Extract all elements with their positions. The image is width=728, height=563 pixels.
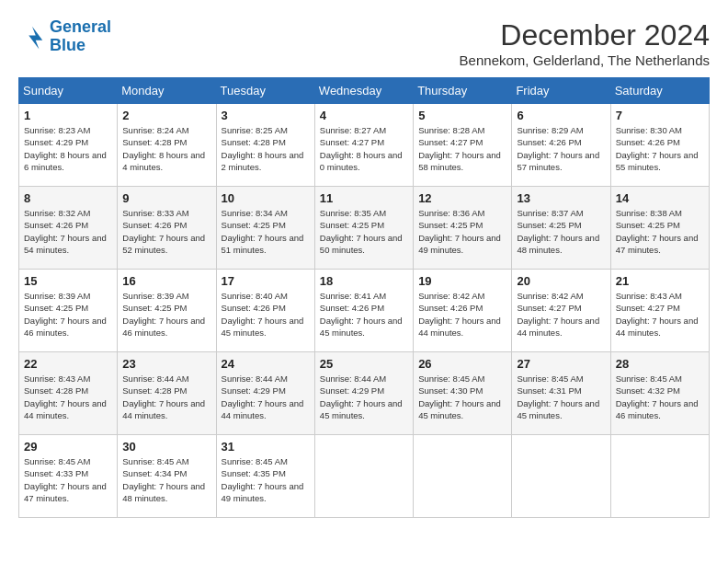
calendar-cell: 8Sunrise: 8:32 AMSunset: 4:26 PMDaylight… xyxy=(19,187,118,270)
location-title: Bennekom, Gelderland, The Netherlands xyxy=(460,52,710,68)
day-number: 29 xyxy=(24,440,112,454)
day-info: Sunrise: 8:45 AMSunset: 4:30 PMDaylight:… xyxy=(418,373,506,421)
day-info: Sunrise: 8:25 AMSunset: 4:28 PMDaylight:… xyxy=(222,124,310,173)
title-section: December 2024 Bennekom, Gelderland, The … xyxy=(460,18,710,68)
calendar-cell: 15Sunrise: 8:39 AMSunset: 4:25 PMDayligh… xyxy=(19,270,118,352)
day-number: 20 xyxy=(517,274,605,288)
day-info: Sunrise: 8:34 AMSunset: 4:25 PMDaylight:… xyxy=(222,207,310,256)
calendar-cell: 20Sunrise: 8:42 AMSunset: 4:27 PMDayligh… xyxy=(512,270,610,352)
calendar-cell: 4Sunrise: 8:27 AMSunset: 4:27 PMDaylight… xyxy=(314,104,413,187)
calendar-cell: 17Sunrise: 8:40 AMSunset: 4:26 PMDayligh… xyxy=(216,270,314,352)
calendar-header-friday: Friday xyxy=(512,78,610,104)
calendar-cell: 29Sunrise: 8:45 AMSunset: 4:33 PMDayligh… xyxy=(19,435,118,518)
calendar-cell: 11Sunrise: 8:35 AMSunset: 4:25 PMDayligh… xyxy=(314,187,413,270)
day-number: 19 xyxy=(418,274,506,288)
day-number: 22 xyxy=(24,357,112,371)
day-number: 13 xyxy=(517,191,605,205)
day-info: Sunrise: 8:45 AMSunset: 4:32 PMDaylight:… xyxy=(616,373,704,421)
calendar-cell: 30Sunrise: 8:45 AMSunset: 4:34 PMDayligh… xyxy=(118,435,216,518)
day-info: Sunrise: 8:44 AMSunset: 4:28 PMDaylight:… xyxy=(122,373,210,421)
day-info: Sunrise: 8:41 AMSunset: 4:26 PMDaylight:… xyxy=(320,290,408,339)
day-number: 24 xyxy=(222,357,310,371)
calendar-cell: 26Sunrise: 8:45 AMSunset: 4:30 PMDayligh… xyxy=(414,352,512,435)
day-number: 11 xyxy=(320,191,408,205)
day-info: Sunrise: 8:27 AMSunset: 4:27 PMDaylight:… xyxy=(320,124,408,173)
calendar-cell: 6Sunrise: 8:29 AMSunset: 4:26 PMDaylight… xyxy=(512,104,610,187)
logo: General Blue xyxy=(18,18,111,55)
day-number: 4 xyxy=(320,109,408,122)
calendar-header-sunday: Sunday xyxy=(19,78,118,104)
calendar-cell: 12Sunrise: 8:36 AMSunset: 4:25 PMDayligh… xyxy=(414,187,512,270)
calendar-cell: 7Sunrise: 8:30 AMSunset: 4:26 PMDaylight… xyxy=(610,104,709,187)
calendar-cell: 13Sunrise: 8:37 AMSunset: 4:25 PMDayligh… xyxy=(512,187,610,270)
calendar-cell: 2Sunrise: 8:24 AMSunset: 4:28 PMDaylight… xyxy=(118,104,216,187)
day-info: Sunrise: 8:32 AMSunset: 4:26 PMDaylight:… xyxy=(24,207,112,256)
calendar-cell: 18Sunrise: 8:41 AMSunset: 4:26 PMDayligh… xyxy=(314,270,413,352)
day-number: 7 xyxy=(616,109,704,122)
day-info: Sunrise: 8:35 AMSunset: 4:25 PMDaylight:… xyxy=(320,207,408,256)
day-number: 2 xyxy=(122,109,210,122)
day-info: Sunrise: 8:24 AMSunset: 4:28 PMDaylight:… xyxy=(122,124,210,173)
day-info: Sunrise: 8:30 AMSunset: 4:26 PMDaylight:… xyxy=(616,124,704,173)
calendar-cell: 22Sunrise: 8:43 AMSunset: 4:28 PMDayligh… xyxy=(19,352,118,435)
day-number: 8 xyxy=(24,191,112,205)
calendar-table: SundayMondayTuesdayWednesdayThursdayFrid… xyxy=(18,77,710,518)
day-number: 3 xyxy=(222,109,310,122)
calendar-cell: 21Sunrise: 8:43 AMSunset: 4:27 PMDayligh… xyxy=(610,270,709,352)
calendar-header-wednesday: Wednesday xyxy=(314,78,413,104)
day-number: 27 xyxy=(517,357,605,371)
day-info: Sunrise: 8:37 AMSunset: 4:25 PMDaylight:… xyxy=(517,207,605,256)
day-info: Sunrise: 8:38 AMSunset: 4:25 PMDaylight:… xyxy=(616,207,704,256)
calendar-week-row: 22Sunrise: 8:43 AMSunset: 4:28 PMDayligh… xyxy=(19,352,710,435)
calendar-cell xyxy=(314,435,413,518)
calendar-header-tuesday: Tuesday xyxy=(216,78,314,104)
day-number: 31 xyxy=(222,440,310,454)
day-info: Sunrise: 8:28 AMSunset: 4:27 PMDaylight:… xyxy=(418,124,506,173)
calendar-cell xyxy=(414,435,512,518)
calendar-cell: 5Sunrise: 8:28 AMSunset: 4:27 PMDaylight… xyxy=(414,104,512,187)
calendar-cell: 19Sunrise: 8:42 AMSunset: 4:26 PMDayligh… xyxy=(414,270,512,352)
day-info: Sunrise: 8:42 AMSunset: 4:27 PMDaylight:… xyxy=(517,290,605,339)
page-container: General Blue December 2024 Bennekom, Gel… xyxy=(18,18,710,518)
day-number: 12 xyxy=(418,191,506,205)
day-info: Sunrise: 8:36 AMSunset: 4:25 PMDaylight:… xyxy=(418,207,506,256)
day-number: 1 xyxy=(24,109,112,122)
day-info: Sunrise: 8:45 AMSunset: 4:31 PMDaylight:… xyxy=(517,373,605,421)
day-number: 10 xyxy=(222,191,310,205)
day-info: Sunrise: 8:23 AMSunset: 4:29 PMDaylight:… xyxy=(24,124,112,173)
svg-marker-0 xyxy=(28,27,42,50)
page-header: General Blue December 2024 Bennekom, Gel… xyxy=(18,18,710,68)
day-info: Sunrise: 8:43 AMSunset: 4:27 PMDaylight:… xyxy=(616,290,704,339)
calendar-cell xyxy=(610,435,709,518)
day-number: 18 xyxy=(320,274,408,288)
day-number: 30 xyxy=(122,440,210,454)
day-info: Sunrise: 8:43 AMSunset: 4:28 PMDaylight:… xyxy=(24,373,112,421)
day-info: Sunrise: 8:45 AMSunset: 4:33 PMDaylight:… xyxy=(24,455,112,504)
day-number: 9 xyxy=(122,191,210,205)
calendar-week-row: 1Sunrise: 8:23 AMSunset: 4:29 PMDaylight… xyxy=(19,104,710,187)
calendar-header-saturday: Saturday xyxy=(610,78,709,104)
logo-icon xyxy=(18,23,46,51)
day-info: Sunrise: 8:45 AMSunset: 4:35 PMDaylight:… xyxy=(222,455,310,504)
day-info: Sunrise: 8:33 AMSunset: 4:26 PMDaylight:… xyxy=(122,207,210,256)
day-number: 5 xyxy=(418,109,506,122)
day-number: 21 xyxy=(616,274,704,288)
day-number: 15 xyxy=(24,274,112,288)
day-info: Sunrise: 8:29 AMSunset: 4:26 PMDaylight:… xyxy=(517,124,605,173)
calendar-cell: 27Sunrise: 8:45 AMSunset: 4:31 PMDayligh… xyxy=(512,352,610,435)
calendar-week-row: 8Sunrise: 8:32 AMSunset: 4:26 PMDaylight… xyxy=(19,187,710,270)
month-title: December 2024 xyxy=(460,18,710,52)
calendar-week-row: 29Sunrise: 8:45 AMSunset: 4:33 PMDayligh… xyxy=(19,435,710,518)
calendar-week-row: 15Sunrise: 8:39 AMSunset: 4:25 PMDayligh… xyxy=(19,270,710,352)
day-number: 16 xyxy=(122,274,210,288)
day-info: Sunrise: 8:44 AMSunset: 4:29 PMDaylight:… xyxy=(320,373,408,421)
day-number: 23 xyxy=(122,357,210,371)
calendar-cell: 14Sunrise: 8:38 AMSunset: 4:25 PMDayligh… xyxy=(610,187,709,270)
calendar-cell: 3Sunrise: 8:25 AMSunset: 4:28 PMDaylight… xyxy=(216,104,314,187)
day-number: 17 xyxy=(222,274,310,288)
day-number: 28 xyxy=(616,357,704,371)
calendar-cell xyxy=(512,435,610,518)
calendar-cell: 28Sunrise: 8:45 AMSunset: 4:32 PMDayligh… xyxy=(610,352,709,435)
calendar-header-row: SundayMondayTuesdayWednesdayThursdayFrid… xyxy=(19,78,710,104)
calendar-cell: 24Sunrise: 8:44 AMSunset: 4:29 PMDayligh… xyxy=(216,352,314,435)
